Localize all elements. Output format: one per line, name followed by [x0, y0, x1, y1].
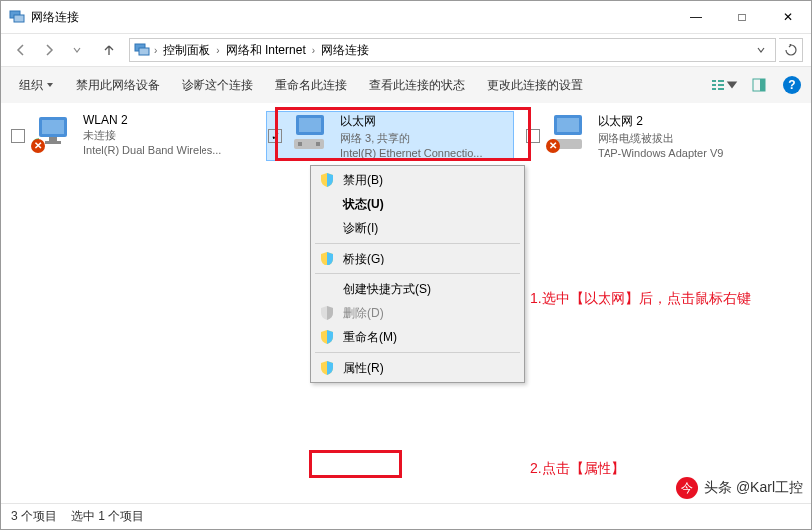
view-status-button[interactable]: 查看此连接的状态	[361, 73, 473, 98]
adapter-icon: ✕	[546, 113, 594, 153]
network-icon	[9, 9, 25, 25]
navbar: › 控制面板 › 网络和 Internet › 网络连接	[1, 33, 811, 67]
menu-separator	[315, 243, 520, 244]
checkbox[interactable]	[11, 129, 25, 143]
svg-rect-13	[42, 120, 64, 134]
recent-dropdown[interactable]	[65, 38, 89, 62]
item-count: 3 个项目	[11, 508, 57, 525]
adapter-item-ethernet[interactable]: 以太网 网络 3, 共享的 Intel(R) Ethernet Connecti…	[266, 111, 514, 161]
adapter-item-wlan2[interactable]: ✕ WLAN 2 未连接 Intel(R) Dual Band Wireles.…	[9, 111, 256, 161]
menu-bridge[interactable]: 桥接(G)	[313, 247, 522, 270]
menu-rename[interactable]: 重命名(M)	[313, 325, 522, 349]
adapter-desc: Intel(R) Ethernet Connectio...	[340, 147, 482, 159]
breadcrumb-item[interactable]: 控制面板	[161, 42, 212, 59]
adapter-name: WLAN 2	[83, 113, 221, 127]
svg-rect-4	[712, 80, 716, 82]
content-area: ✕ WLAN 2 未连接 Intel(R) Dual Band Wireles.…	[1, 103, 811, 503]
adapter-status: 网络 3, 共享的	[340, 131, 482, 146]
menu-properties[interactable]: 属性(R)	[313, 356, 522, 380]
svg-rect-22	[557, 118, 579, 132]
breadcrumb[interactable]: › 控制面板 › 网络和 Internet › 网络连接	[129, 38, 776, 62]
svg-rect-14	[49, 137, 57, 141]
svg-rect-3	[139, 48, 149, 55]
diagnose-button[interactable]: 诊断这个连接	[174, 73, 261, 98]
error-badge-icon: ✕	[546, 139, 560, 153]
shield-icon	[319, 172, 335, 188]
adapter-name: 以太网 2	[598, 113, 723, 130]
checkbox[interactable]	[268, 129, 282, 143]
watermark: 今 头条 @Karl工控	[676, 477, 803, 499]
help-icon[interactable]: ?	[783, 76, 801, 94]
shield-icon	[319, 329, 335, 345]
svg-rect-20	[316, 142, 320, 146]
refresh-button[interactable]	[779, 38, 803, 62]
error-badge-icon: ✕	[31, 139, 45, 153]
preview-pane-button[interactable]	[745, 74, 773, 96]
rename-button[interactable]: 重命名此连接	[267, 73, 355, 98]
path-dropdown[interactable]	[749, 39, 771, 61]
window-controls: — □ ✕	[673, 1, 811, 33]
checkbox[interactable]	[526, 129, 540, 143]
adapter-item-ethernet2[interactable]: ✕ 以太网 2 网络电缆被拔出 TAP-Windows Adapter V9	[524, 111, 771, 161]
chevron-right-icon: ›	[154, 45, 157, 56]
selected-count: 选中 1 个项目	[71, 508, 144, 525]
svg-rect-6	[712, 84, 716, 86]
shield-icon	[319, 305, 335, 321]
adapter-icon: ✕	[31, 113, 79, 153]
svg-rect-8	[712, 88, 716, 90]
maximize-button[interactable]: □	[719, 1, 765, 33]
svg-rect-17	[299, 118, 321, 132]
svg-rect-1	[14, 15, 24, 22]
watermark-icon: 今	[676, 477, 698, 499]
svg-rect-7	[718, 84, 724, 86]
adapter-status: 网络电缆被拔出	[598, 131, 723, 146]
adapter-desc: Intel(R) Dual Band Wireles...	[83, 144, 221, 156]
svg-rect-15	[45, 141, 61, 144]
shield-icon	[319, 360, 335, 376]
change-settings-button[interactable]: 更改此连接的设置	[479, 73, 591, 98]
titlebar: 网络连接 — □ ✕	[1, 1, 811, 33]
adapter-desc: TAP-Windows Adapter V9	[598, 147, 723, 159]
annotation-text: 1.选中【以太网】后，点击鼠标右键	[530, 290, 751, 308]
chevron-right-icon: ›	[312, 45, 315, 56]
breadcrumb-item[interactable]: 网络和 Internet	[224, 42, 308, 59]
adapter-status: 未连接	[83, 128, 221, 143]
back-button[interactable]	[9, 38, 33, 62]
up-button[interactable]	[97, 38, 121, 62]
annotation-highlight	[309, 450, 402, 478]
toolbar: 组织 禁用此网络设备 诊断这个连接 重命名此连接 查看此连接的状态 更改此连接的…	[1, 67, 811, 103]
window-title: 网络连接	[31, 9, 673, 26]
menu-separator	[315, 273, 520, 274]
forward-button[interactable]	[37, 38, 61, 62]
menu-diagnose[interactable]: 诊断(I)	[313, 216, 522, 240]
menu-disable[interactable]: 禁用(B)	[313, 168, 522, 192]
menu-separator	[315, 352, 520, 353]
adapter-icon	[288, 113, 336, 153]
svg-rect-11	[760, 79, 765, 91]
breadcrumb-item[interactable]: 网络连接	[319, 42, 371, 59]
statusbar: 3 个项目 选中 1 个项目	[1, 503, 811, 529]
shield-icon	[319, 251, 335, 266]
context-menu: 禁用(B) 状态(U) 诊断(I) 桥接(G) 创建快捷方式(S) 删除(D) …	[310, 165, 525, 383]
network-icon	[134, 42, 150, 58]
close-button[interactable]: ✕	[765, 1, 811, 33]
menu-shortcut[interactable]: 创建快捷方式(S)	[313, 277, 522, 301]
svg-rect-19	[298, 142, 302, 146]
svg-rect-9	[718, 88, 724, 90]
chevron-right-icon: ›	[216, 45, 219, 56]
svg-rect-5	[718, 80, 724, 82]
organize-button[interactable]: 组织	[11, 73, 62, 98]
menu-delete: 删除(D)	[313, 301, 522, 325]
disable-device-button[interactable]: 禁用此网络设备	[68, 73, 168, 98]
adapter-name: 以太网	[340, 113, 482, 130]
annotation-text: 2.点击【属性】	[530, 460, 625, 478]
menu-status[interactable]: 状态(U)	[313, 192, 522, 216]
minimize-button[interactable]: —	[673, 1, 719, 33]
view-mode-button[interactable]	[711, 74, 739, 96]
watermark-text: 头条 @Karl工控	[704, 479, 803, 497]
